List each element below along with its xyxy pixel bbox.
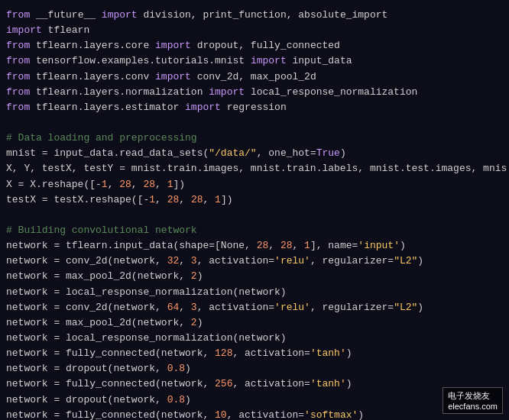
code-line: mnist = input_data.read_data_sets("/data…	[6, 146, 503, 161]
code-line: network = tflearn.input_data(shape=[None…	[6, 238, 503, 254]
watermark-subtext: elecfans.com	[448, 402, 498, 411]
watermark: 电子发烧友 elecfans.com	[443, 387, 503, 414]
code-line-blank	[6, 208, 503, 223]
code-line: network = fully_connected(network, 256, …	[6, 376, 503, 392]
code-line: from tflearn.layers.core import dropout,…	[6, 38, 503, 53]
code-line: network = max_pool_2d(network, 2)	[6, 315, 503, 331]
code-editor: from __future__ import division, print_f…	[0, 0, 509, 420]
code-line: X = X.reshape([-1, 28, 28, 1])	[6, 177, 503, 192]
code-line: testX = testX.reshape([-1, 28, 28, 1])	[6, 192, 503, 208]
code-line: from tflearn.layers.conv import conv_2d,…	[6, 69, 503, 85]
code-line: from tensorflow.examples.tutorials.mnist…	[6, 53, 503, 69]
code-line: from __future__ import division, print_f…	[6, 8, 503, 23]
code-line: network = max_pool_2d(network, 2)	[6, 269, 503, 284]
code-line: network = local_response_normalization(n…	[6, 285, 503, 300]
code-line: from tflearn.layers.normalization import…	[6, 85, 503, 100]
code-line: network = conv_2d(network, 32, 3, activa…	[6, 254, 503, 269]
code-line: network = fully_connected(network, 128, …	[6, 346, 503, 361]
code-line: network = fully_connected(network, 10, a…	[6, 408, 503, 420]
watermark-text: 电子发烧友	[448, 391, 490, 400]
code-line: network = conv_2d(network, 64, 3, activa…	[6, 300, 503, 315]
code-line: network = dropout(network, 0.8)	[6, 393, 503, 408]
code-line: X, Y, testX, testY = mnist.train.images,…	[6, 161, 503, 176]
code-line: import tflearn	[6, 23, 503, 38]
code-line: from tflearn.layers.estimator import reg…	[6, 100, 503, 115]
code-line: network = local_response_normalization(n…	[6, 331, 503, 346]
code-line: network = dropout(network, 0.8)	[6, 361, 503, 376]
code-line-blank	[6, 115, 503, 131]
code-comment: # Data loading and preprocessing	[6, 131, 503, 146]
code-comment: # Building convolutional network	[6, 223, 503, 238]
